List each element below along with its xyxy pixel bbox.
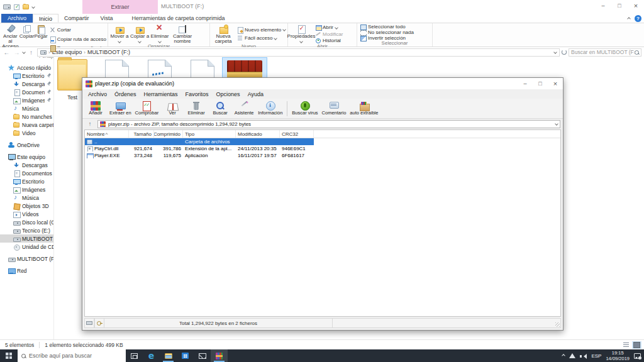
open-button[interactable]: Abrir <box>315 25 343 30</box>
sidebar-item-descargas[interactable]: Descargas <box>0 161 53 169</box>
table-row-parent-dir[interactable]: .. Carpeta de archivos <box>85 138 314 145</box>
notification-center-icon[interactable] <box>634 353 641 359</box>
start-button[interactable] <box>0 349 18 362</box>
sidebar-item-musica[interactable]: Música <box>0 194 53 202</box>
mail-taskbar-button[interactable] <box>194 349 211 362</box>
menu-favoritos[interactable]: Favoritos <box>182 91 213 97</box>
column-tamano[interactable]: Tamaño <box>129 130 154 138</box>
large-icons-view-button[interactable] <box>632 341 641 349</box>
history-button[interactable]: Historial <box>315 38 343 43</box>
wifi-icon[interactable] <box>569 353 575 358</box>
column-comprimido[interactable]: Comprimido <box>154 130 183 138</box>
sidebar-item-unidad-cd-g[interactable]: Unidad de CD (G:) <box>0 243 53 251</box>
easy-access-button[interactable]: Fácil acceso <box>237 35 286 41</box>
up-one-level-button[interactable] <box>85 121 95 127</box>
sidebar-item-video[interactable]: Video <box>0 129 53 137</box>
collapse-ribbon-icon[interactable] <box>627 17 631 21</box>
sidebar-item-escritorio-pc[interactable]: Escritorio <box>0 177 53 185</box>
info-button[interactable]: Información <box>256 99 284 118</box>
delete-button[interactable]: Eliminar <box>150 24 170 44</box>
explorer-search[interactable] <box>569 48 641 57</box>
refresh-icon[interactable] <box>562 50 567 55</box>
tab-compartir[interactable]: Compartir <box>58 14 95 23</box>
breadcrumb[interactable]: › Este equipo › MULTIBOOT (F:) <box>37 48 560 57</box>
winrar-titlebar[interactable]: player.zip (copia de evaluación) <box>82 78 563 89</box>
minimize-button[interactable] <box>595 0 611 11</box>
menu-archivo[interactable]: Archivo <box>84 91 111 97</box>
winrar-maximize-button[interactable] <box>533 78 548 89</box>
sidebar-red[interactable]: Red <box>0 266 53 275</box>
move-to-button[interactable]: Mover a <box>109 24 130 44</box>
view-button[interactable]: Ver <box>160 99 184 118</box>
details-view-button[interactable] <box>621 341 631 349</box>
winrar-close-button[interactable] <box>548 78 563 89</box>
select-all-button[interactable]: Seleccionar todo <box>360 24 414 30</box>
back-button[interactable]: ← <box>3 49 11 56</box>
comment-button[interactable]: Comentario <box>320 99 348 118</box>
tab-herramientas-carpeta-comprimida[interactable]: Herramientas de carpeta comprimida <box>126 14 230 23</box>
recent-locations-icon[interactable] <box>22 50 26 54</box>
combo-dropdown-icon[interactable] <box>555 122 558 126</box>
cut-button[interactable]: Cortar <box>50 27 106 33</box>
menu-opciones[interactable]: Opciones <box>213 91 244 97</box>
archive-path-combo[interactable]: player.zip - archivo ZIP, tamaño descomp… <box>97 120 560 128</box>
language-indicator[interactable]: ESP <box>591 353 601 359</box>
table-row-player-exe[interactable]: Player.EXE 373,248 119,675 Aplicación 16… <box>85 152 314 159</box>
sidebar-item-documentos[interactable]: Documentos <box>0 169 53 177</box>
sidebar-item-tecnico-e[interactable]: Tecnico (E:) <box>0 226 53 234</box>
store-taskbar-button[interactable] <box>177 349 194 362</box>
copy-path-button[interactable]: Copiar ruta de acceso <box>50 36 106 42</box>
sidebar-item-nueva-carpeta[interactable]: Nueva carpeta <box>0 121 53 129</box>
tab-vista[interactable]: Vista <box>95 14 119 23</box>
sidebar-onedrive[interactable]: OneDrive <box>0 141 53 149</box>
sidebar-item-musica-qa[interactable]: Música <box>0 104 53 112</box>
wizard-button[interactable]: Asistente <box>232 99 256 118</box>
show-hidden-icons-icon[interactable] <box>562 354 566 358</box>
taskbar-search-input[interactable] <box>29 353 122 359</box>
extract-to-button[interactable]: Extraer en <box>108 99 133 118</box>
task-view-button[interactable] <box>126 349 143 362</box>
column-modificado[interactable]: Modificado <box>236 130 280 138</box>
properties-button[interactable]: Propiedades <box>289 24 313 44</box>
sidebar-item-escritorio[interactable]: Escritorio <box>0 72 53 80</box>
new-item-button[interactable]: Nuevo elemento <box>237 27 286 33</box>
sidebar-item-imagenes[interactable]: Imágenes <box>0 185 53 194</box>
virus-scan-button[interactable]: Buscar virus <box>290 99 319 118</box>
table-row-playctrl-dll[interactable]: PlayCtrl.dll 921,674 391,786 Extensión d… <box>85 145 314 152</box>
sidebar-item-objetos-3d[interactable]: Objetos 3D <box>0 202 53 210</box>
clock[interactable]: 19:15 14/09/2019 <box>606 350 630 361</box>
sidebar-multiboot-root[interactable]: MULTIBOOT (F:) <box>0 255 53 263</box>
test-button[interactable]: Comprobar <box>133 99 161 118</box>
winrar-taskbar-button[interactable] <box>211 349 228 362</box>
add-button[interactable]: Añadir <box>84 99 108 118</box>
breadcrumb-este-equipo[interactable]: Este equipo <box>52 49 82 55</box>
qat-dropdown-icon[interactable] <box>31 5 35 9</box>
sidebar-item-multiboot-f[interactable]: MULTIBOOT (F:) <box>0 234 53 243</box>
sidebar-item-no-manches-frida[interactable]: No manches Frida 2 <box>0 112 53 121</box>
copy-to-button[interactable]: Copiar a <box>130 24 150 44</box>
explorer-taskbar-button[interactable] <box>160 349 177 362</box>
winrar-minimize-button[interactable] <box>518 78 533 89</box>
new-folder-button[interactable]: Nueva carpeta <box>211 24 235 44</box>
breadcrumb-multiboot[interactable]: MULTIBOOT (F:) <box>87 49 130 55</box>
menu-herramientas[interactable]: Herramientas <box>140 91 182 97</box>
find-button[interactable]: Buscar <box>208 99 232 118</box>
column-nombre[interactable]: Nombre <box>85 130 129 138</box>
up-button[interactable]: ↑ <box>27 49 35 56</box>
sidebar-item-documentos-qa[interactable]: Documentos <box>0 88 53 96</box>
taskbar-search[interactable] <box>18 349 126 362</box>
maximize-button[interactable] <box>611 0 628 11</box>
close-button[interactable] <box>628 0 644 11</box>
delete-button[interactable]: Eliminar <box>184 99 208 118</box>
edge-taskbar-button[interactable]: e <box>143 349 160 362</box>
tab-archivo[interactable]: Archivo <box>1 14 33 23</box>
sidebar-item-disco-local-c[interactable]: Disco local (C:) <box>0 218 53 226</box>
volume-icon[interactable] <box>580 353 587 359</box>
menu-ordenes[interactable]: Órdenes <box>111 91 140 97</box>
help-icon[interactable] <box>635 15 641 22</box>
rename-button[interactable]: Cambiar nombre <box>170 24 195 44</box>
sidebar-item-videos[interactable]: Vídeos <box>0 210 53 218</box>
column-crc32[interactable]: CRC32 <box>280 130 314 138</box>
address-dropdown-icon[interactable] <box>553 50 557 54</box>
forward-button[interactable]: → <box>13 49 21 56</box>
